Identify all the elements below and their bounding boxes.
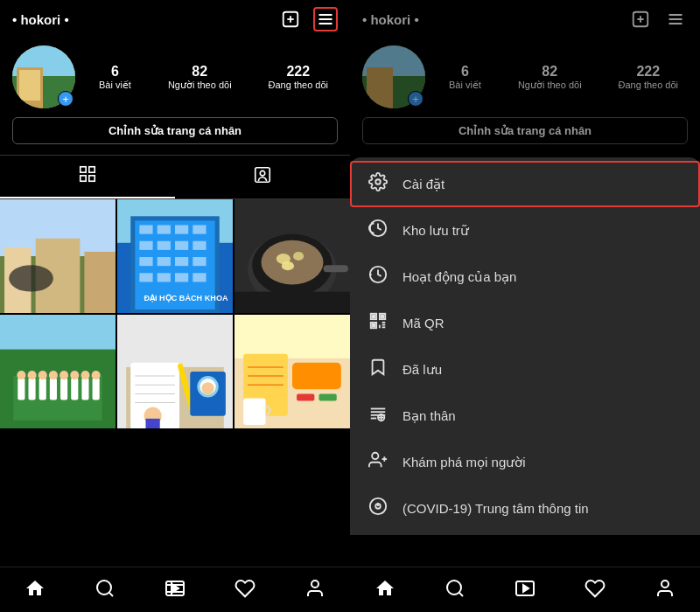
svg-point-23	[9, 265, 53, 291]
nav-heart-right[interactable]	[584, 578, 606, 599]
svg-rect-43	[192, 273, 206, 282]
nav-profile-left[interactable]	[304, 578, 326, 599]
stat-posts-left: 6 Bài viết	[99, 64, 131, 91]
svg-rect-32	[139, 241, 152, 250]
settings-icon	[368, 172, 388, 196]
tab-grid-left[interactable]	[0, 156, 175, 198]
archive-icon	[368, 219, 388, 242]
svg-rect-94	[292, 363, 341, 389]
svg-point-68	[38, 371, 47, 379]
svg-rect-41	[158, 273, 171, 282]
activity-label: Hoạt động của bạn	[402, 269, 516, 285]
svg-rect-114	[367, 67, 393, 108]
nav-reels-left[interactable]	[164, 578, 186, 599]
svg-rect-42	[175, 273, 188, 282]
svg-rect-12	[89, 167, 94, 172]
menu-item-close-friends[interactable]: Bạn thân	[350, 393, 700, 439]
photo-cell-5[interactable]	[117, 315, 233, 428]
svg-rect-31	[192, 225, 206, 233]
svg-rect-22	[84, 252, 116, 313]
menu-item-saved[interactable]: Đã lưu	[350, 346, 700, 393]
photo-cell-1[interactable]	[0, 199, 116, 313]
menu-item-qr[interactable]: Mã QR	[350, 300, 700, 346]
avatar-left: +	[12, 45, 75, 108]
svg-rect-10	[19, 70, 40, 101]
archive-label: Kho lưu trữ	[402, 223, 469, 239]
close-friends-icon	[368, 404, 388, 428]
profile-section-right: + 6 Bài viết 82 Người theo dõi 222 Đang …	[350, 38, 700, 155]
username-right: • hokori •	[362, 12, 419, 27]
svg-rect-52	[324, 265, 348, 272]
svg-point-50	[293, 252, 304, 261]
top-bar-icons-left	[278, 7, 338, 31]
username-left: • hokori •	[12, 12, 69, 27]
menu-button-right[interactable]	[663, 7, 688, 31]
add-post-button-right[interactable]	[628, 7, 653, 31]
menu-item-discover[interactable]: Khám phá mọi người	[350, 439, 700, 485]
svg-point-71	[70, 371, 79, 379]
nav-search-right[interactable]	[444, 578, 466, 599]
nav-reels-right[interactable]	[514, 578, 536, 599]
left-panel: • hokori •	[0, 0, 350, 612]
profile-section-left: + 6 Bài viết 82 Người theo dõi 222 Đang …	[0, 38, 350, 155]
svg-rect-122	[373, 316, 375, 318]
svg-rect-95	[297, 393, 314, 400]
svg-line-99	[109, 592, 113, 595]
nav-heart-left[interactable]	[234, 578, 256, 599]
stat-posts-right: 6 Bài viết	[449, 64, 481, 91]
svg-rect-38	[175, 257, 188, 266]
nav-search-left[interactable]	[94, 578, 116, 599]
photo-grid-left: ĐẠI HỌC BÁCH KHOA	[0, 199, 350, 567]
menu-button-left[interactable]	[313, 7, 338, 31]
stat-followers-right: 82 Người theo dõi	[518, 64, 582, 91]
svg-point-73	[92, 371, 101, 379]
svg-point-137	[372, 453, 378, 459]
svg-point-87	[201, 382, 214, 394]
stat-followers-left: 82 Người theo dõi	[168, 64, 232, 91]
profile-info-row-right: + 6 Bài viết 82 Người theo dõi 222 Đang …	[362, 45, 688, 108]
menu-item-archive[interactable]: Kho lưu trữ	[350, 207, 700, 254]
svg-rect-35	[192, 241, 206, 250]
menu-item-covid[interactable]: (COVID-19) Trung tâm thông tin	[350, 485, 700, 532]
svg-point-66	[17, 371, 25, 379]
svg-rect-29	[158, 225, 171, 233]
add-post-button-left[interactable]	[278, 7, 303, 31]
svg-rect-57	[13, 376, 102, 421]
svg-point-51	[282, 261, 294, 270]
photo-cell-2[interactable]: ĐẠI HỌC BÁCH KHOA	[117, 199, 233, 313]
edit-profile-button-left[interactable]: Chỉnh sửa trang cá nhân	[12, 117, 338, 144]
svg-rect-15	[256, 168, 270, 183]
svg-rect-53	[234, 292, 350, 313]
photo-cell-3[interactable]	[234, 199, 350, 313]
svg-rect-34	[175, 241, 188, 250]
settings-label: Cài đặt	[402, 177, 444, 192]
avatar-add-button-left[interactable]: +	[58, 91, 74, 107]
nav-profile-right[interactable]	[654, 578, 676, 599]
menu-item-activity[interactable]: Hoạt động của bạn	[350, 254, 700, 300]
nav-home-right[interactable]	[374, 578, 396, 599]
top-bar-right: • hokori •	[350, 0, 700, 38]
stat-following-left: 222 Đang theo dõi	[269, 64, 329, 91]
svg-rect-36	[139, 257, 152, 266]
svg-rect-14	[89, 176, 94, 181]
photo-cell-4[interactable]	[0, 315, 116, 428]
tab-tags-left[interactable]	[175, 156, 350, 198]
svg-rect-30	[175, 225, 188, 233]
svg-point-98	[97, 581, 111, 595]
avatar-add-button-right[interactable]: +	[408, 91, 424, 107]
edit-profile-button-right[interactable]: Chỉnh sửa trang cá nhân	[362, 117, 688, 144]
svg-point-69	[49, 371, 58, 379]
svg-rect-97	[243, 398, 265, 424]
nav-home-left[interactable]	[24, 578, 46, 599]
photo-cell-6[interactable]	[234, 315, 350, 428]
covid-label: (COVID-19) Trung tâm thông tin	[402, 501, 589, 516]
discover-icon	[368, 450, 388, 474]
svg-point-115	[375, 179, 381, 184]
menu-item-settings[interactable]: Cài đặt	[350, 161, 700, 207]
qr-label: Mã QR	[402, 316, 444, 330]
svg-point-16	[260, 170, 265, 176]
svg-rect-61	[50, 378, 57, 400]
svg-point-70	[60, 371, 68, 379]
svg-rect-58	[18, 378, 24, 400]
svg-point-72	[80, 371, 89, 379]
